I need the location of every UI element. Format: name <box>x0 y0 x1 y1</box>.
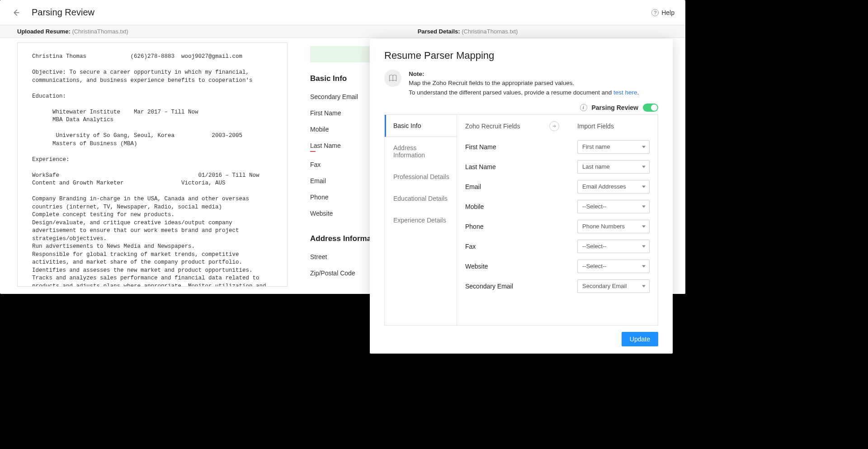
mapping-tab[interactable]: Experience Details <box>385 209 457 231</box>
import-field-select[interactable]: Email Addresses <box>577 180 650 194</box>
page-title: Parsing Review <box>32 7 94 18</box>
mapping-content: Zoho Recruit Fields Import Fields First … <box>457 115 658 325</box>
mapping-row: Last NameLast name <box>465 160 650 174</box>
toggle-label: Parsing Review <box>592 104 639 111</box>
import-field-select[interactable]: First name <box>577 140 650 154</box>
field-label: Mobile <box>465 203 484 210</box>
help-icon: ? <box>651 9 659 16</box>
mapping-row: PhonePhone Numbers <box>465 220 650 233</box>
help-label: Help <box>661 9 675 16</box>
uploaded-resume-label: Uploaded Resume: (ChristinaThomas.txt) <box>17 28 128 35</box>
mapping-header: Zoho Recruit Fields Import Fields <box>465 121 650 131</box>
field-label: Email <box>465 183 481 190</box>
mapping-row: First NameFirst name <box>465 140 650 154</box>
mapping-tabs: Basic InfoAddress InformationProfessiona… <box>385 115 457 325</box>
resume-text-box: Christina Thomas (626)278-8883 wooj9027@… <box>17 43 288 287</box>
resume-parser-mapping-panel: Resume Parser Mapping Note: Map the Zoho… <box>370 39 673 354</box>
overlay-footer: Update <box>384 326 658 346</box>
import-field-select[interactable]: --Select-- <box>577 200 650 213</box>
field-label: Secondary Email <box>465 283 513 290</box>
parsed-details-label: Parsed Details: (ChristinaThomas.txt) <box>418 28 518 35</box>
help-link[interactable]: ? Help <box>651 9 675 16</box>
import-field-select[interactable]: --Select-- <box>577 260 650 273</box>
update-button[interactable]: Update <box>622 332 658 346</box>
topbar-left: Parsing Review <box>11 7 94 18</box>
back-arrow-icon[interactable] <box>11 8 21 18</box>
mapping-box: Basic InfoAddress InformationProfessiona… <box>384 114 658 326</box>
arrow-right-icon <box>549 121 559 131</box>
parsing-review-toggle[interactable] <box>643 104 658 112</box>
test-here-link[interactable]: test here <box>613 89 637 96</box>
field-label: Website <box>465 263 488 270</box>
field-label: Last Name <box>465 163 496 170</box>
overlay-title: Resume Parser Mapping <box>384 50 658 61</box>
mapping-tab[interactable]: Basic Info <box>385 115 457 137</box>
field-label: First Name <box>465 143 496 151</box>
mapping-rows: First NameFirst nameLast NameLast nameEm… <box>465 140 650 293</box>
mapping-row: Secondary EmailSecondary Email <box>465 279 650 293</box>
mapping-tab[interactable]: Address Information <box>385 137 457 166</box>
mapping-row: Mobile--Select-- <box>465 200 650 213</box>
book-icon <box>384 70 401 87</box>
note-row: Note: Map the Zoho Recruit fields to the… <box>384 70 658 97</box>
import-field-select[interactable]: Secondary Email <box>577 279 650 293</box>
field-label: Phone <box>465 223 483 230</box>
subheader: Uploaded Resume: (ChristinaThomas.txt) P… <box>0 25 685 38</box>
mapping-row: Fax--Select-- <box>465 240 650 253</box>
parsing-review-toggle-row: i Parsing Review <box>384 104 658 112</box>
topbar: Parsing Review ? Help <box>0 0 685 25</box>
import-field-select[interactable]: Phone Numbers <box>577 220 650 233</box>
mapping-row: Website--Select-- <box>465 260 650 273</box>
mapping-tab[interactable]: Professional Details <box>385 166 457 188</box>
info-icon[interactable]: i <box>580 104 587 111</box>
mapping-tab[interactable]: Educational Details <box>385 188 457 209</box>
import-field-select[interactable]: Last name <box>577 160 650 174</box>
mapping-row: EmailEmail Addresses <box>465 180 650 194</box>
col-right-label: Import Fields <box>577 123 650 130</box>
field-label: Fax <box>465 243 476 250</box>
col-left-label: Zoho Recruit Fields <box>465 123 520 130</box>
note-text: Note: Map the Zoho Recruit fields to the… <box>409 70 639 97</box>
import-field-select[interactable]: --Select-- <box>577 240 650 253</box>
